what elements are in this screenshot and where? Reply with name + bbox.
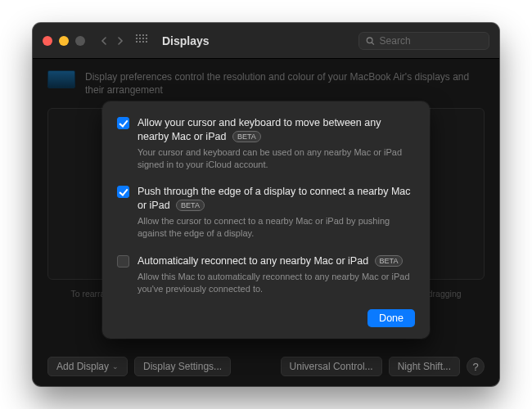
content-area: Display preferences control the resoluti… [33,59,499,386]
search-field[interactable] [358,32,489,50]
forward-button[interactable] [113,34,128,48]
beta-badge: BETA [176,200,205,211]
beta-badge: BETA [232,131,261,142]
checkbox-push-through[interactable] [117,186,129,198]
option-description: Allow the cursor to connect to a nearby … [138,215,415,240]
minimize-window-button[interactable] [59,36,69,46]
window-controls [43,36,85,46]
done-button[interactable]: Done [367,309,415,327]
option-description: Allow this Mac to automatically reconnec… [138,271,415,295]
close-window-button[interactable] [43,36,52,46]
option-title: Automatically reconnect to any nearby Ma… [138,254,415,268]
option-title: Allow your cursor and keyboard to move b… [138,116,415,144]
zoom-window-button[interactable] [75,36,85,46]
option-title: Push through the edge of a display to co… [138,185,415,213]
option-push-through: Push through the edge of a display to co… [117,185,415,239]
checkbox-allow-cursor[interactable] [117,117,129,129]
option-allow-cursor: Allow your cursor and keyboard to move b… [117,116,415,170]
beta-badge: BETA [375,255,404,267]
universal-control-sheet: Allow your cursor and keyboard to move b… [102,101,430,339]
window-title: Displays [162,34,210,47]
show-all-icon[interactable] [136,34,149,47]
search-icon [366,36,375,46]
titlebar: Displays [33,23,499,59]
back-button[interactable] [97,34,111,48]
search-input[interactable] [380,35,482,47]
checkbox-auto-reconnect[interactable] [117,255,129,267]
svg-point-0 [367,38,372,43]
option-description: Your cursor and keyboard can be used on … [138,146,415,171]
option-auto-reconnect: Automatically reconnect to any nearby Ma… [117,254,415,295]
preferences-window: Displays Display preferences control the… [33,23,499,386]
